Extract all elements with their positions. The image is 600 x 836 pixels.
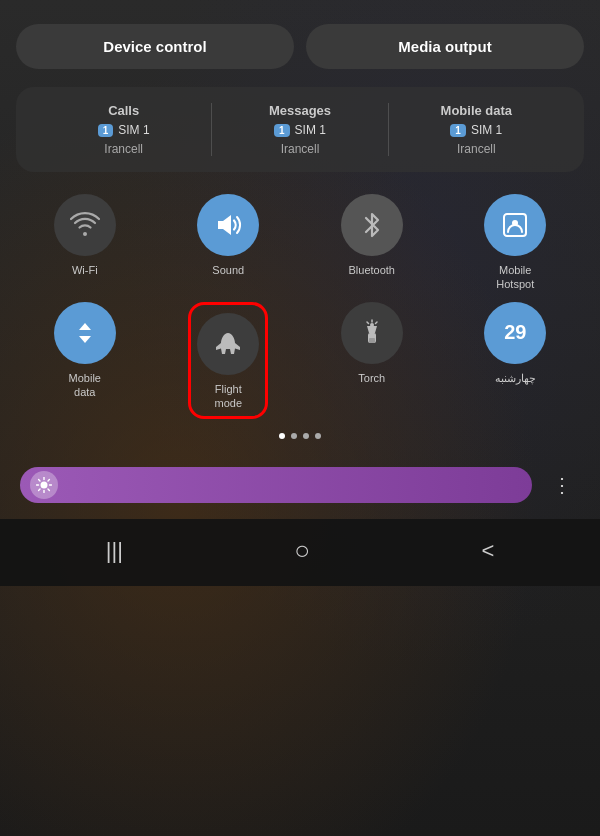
mobiledata-operator: Irancell — [457, 142, 496, 156]
brightness-slider[interactable] — [20, 467, 532, 503]
wifi-label: Wi-Fi — [72, 263, 98, 277]
hotspot-label: Mobile Hotspot — [496, 263, 534, 292]
mobiledata-icon — [54, 302, 116, 364]
mobiledata-tile-label: Mobile data — [69, 371, 101, 400]
top-buttons: Device control Media output — [16, 24, 584, 69]
flightmode-icon — [197, 313, 259, 375]
calls-label: Calls — [108, 103, 139, 118]
mobiledata-col: Mobile data 1 SIM 1 Irancell — [389, 103, 564, 156]
tile-wifi[interactable]: Wi-Fi — [16, 194, 154, 292]
back-button[interactable]: < — [481, 538, 494, 564]
device-control-button[interactable]: Device control — [16, 24, 294, 69]
hotspot-icon — [484, 194, 546, 256]
media-output-button[interactable]: Media output — [306, 24, 584, 69]
flightmode-label: Flight mode — [214, 382, 242, 411]
mobiledata-label: Mobile data — [441, 103, 513, 118]
dot-3 — [303, 433, 309, 439]
wifi-icon — [54, 194, 116, 256]
calls-sim-num: 1 — [98, 124, 114, 137]
svg-point-9 — [41, 482, 48, 489]
torch-label: Torch — [358, 371, 385, 385]
more-button[interactable]: ⋮ — [544, 467, 580, 503]
calls-sim-badge: 1 SIM 1 — [98, 123, 150, 137]
svg-line-17 — [39, 489, 40, 490]
tile-mobiledata[interactable]: Mobile data — [16, 302, 154, 420]
page-dots — [16, 433, 584, 439]
bluetooth-label: Bluetooth — [349, 263, 395, 277]
brightness-knob — [30, 471, 58, 499]
flightmode-highlight: Flight mode — [188, 302, 268, 420]
bluetooth-icon — [341, 194, 403, 256]
svg-line-8 — [367, 322, 369, 324]
sim-panel: Calls 1 SIM 1 Irancell Messages 1 SIM 1 … — [16, 87, 584, 172]
tile-sound[interactable]: Sound — [160, 194, 298, 292]
bottom-bar: ⋮ — [16, 455, 584, 515]
tile-flightmode[interactable]: Flight mode — [160, 302, 298, 420]
mobiledata-sim-name: SIM 1 — [471, 123, 502, 137]
calls-col: Calls 1 SIM 1 Irancell — [36, 103, 212, 156]
home-button[interactable]: ○ — [294, 535, 310, 566]
mobiledata-sim-badge: 1 SIM 1 — [450, 123, 502, 137]
calls-sim-name: SIM 1 — [118, 123, 149, 137]
dot-1 — [279, 433, 285, 439]
messages-sim-num: 1 — [274, 124, 290, 137]
tile-torch[interactable]: Torch — [303, 302, 441, 420]
svg-line-14 — [39, 480, 40, 481]
tile-bluetooth[interactable]: Bluetooth — [303, 194, 441, 292]
tile-hotspot[interactable]: Mobile Hotspot — [447, 194, 585, 292]
svg-line-15 — [48, 489, 49, 490]
svg-point-5 — [370, 323, 374, 327]
svg-rect-4 — [369, 338, 375, 343]
mobiledata-sim-num: 1 — [450, 124, 466, 137]
calls-operator: Irancell — [104, 142, 143, 156]
svg-marker-0 — [218, 215, 231, 235]
tile-calendar[interactable]: 29 چهارشنبه — [447, 302, 585, 420]
messages-sim-name: SIM 1 — [295, 123, 326, 137]
messages-col: Messages 1 SIM 1 Irancell — [212, 103, 388, 156]
messages-sim-badge: 1 SIM 1 — [274, 123, 326, 137]
sound-label: Sound — [212, 263, 244, 277]
messages-operator: Irancell — [281, 142, 320, 156]
sound-icon — [197, 194, 259, 256]
recents-button[interactable]: ||| — [106, 538, 123, 564]
svg-line-16 — [48, 480, 49, 481]
dot-2 — [291, 433, 297, 439]
calendar-label: چهارشنبه — [495, 371, 536, 385]
svg-line-7 — [375, 322, 377, 324]
calendar-icon: 29 — [484, 302, 546, 364]
nav-bar: ||| ○ < — [0, 519, 600, 586]
messages-label: Messages — [269, 103, 331, 118]
dot-4 — [315, 433, 321, 439]
quick-tiles-grid: Wi-Fi Sound Bluetooth — [16, 194, 584, 419]
torch-icon — [341, 302, 403, 364]
